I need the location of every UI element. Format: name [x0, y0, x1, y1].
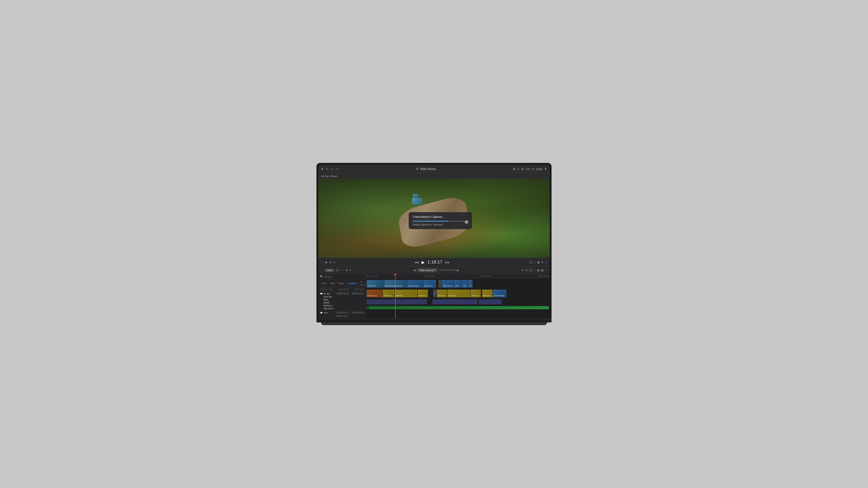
clip-240[interactable]: 240... [462, 280, 468, 288]
skimmer-icon[interactable]: ▾ [349, 268, 351, 272]
caption-row[interactable]: 💬 So the most fun thing about driving a … [318, 292, 366, 311]
time-range-display: 12:20 / 01:54:03 [439, 269, 455, 271]
view-btn[interactable]: View [536, 167, 542, 171]
clip-tv-icon[interactable]: 📺 [433, 290, 436, 297]
tools-toggle-icon[interactable]: ⬚ [320, 268, 323, 272]
clip-hard-curve[interactable]: Hard Curve [367, 290, 382, 297]
color-board-icon[interactable]: ▣ [537, 268, 539, 272]
keyframe-icon[interactable]: ✂ [326, 167, 329, 171]
video-section: Transcribing to Captions... ✕ Adding Cap… [318, 179, 550, 266]
clip-drone-follow[interactable]: Drone Follow [493, 290, 506, 297]
view-errors-button[interactable]: View Errors [318, 313, 366, 318]
ruler-mark-1: 00:01:15:00 [367, 275, 377, 277]
audio-clip-4[interactable] [479, 299, 502, 304]
main-area: Transcribing to Captions... ✕ Adding Cap… [318, 179, 550, 266]
caption-end-2: 00:00:56:06 [349, 312, 364, 313]
fullscreen-icon[interactable]: ⤢ [545, 260, 548, 264]
transcription-overlay: Transcribing to Captions... ✕ Adding Cap… [409, 212, 472, 229]
import-icon[interactable]: ⬇ [321, 167, 324, 171]
clip-label-iphone: iPhone 16 Pro fo... [424, 285, 435, 287]
tab-roles[interactable]: Roles [337, 282, 345, 285]
tv-icon-label: 📺 [434, 293, 436, 294]
share-export-icon[interactable]: ⬆ [544, 167, 547, 171]
share-icon[interactable]: ↗ [336, 167, 339, 171]
timeline-skip-back-icon[interactable]: ◀ [413, 268, 415, 272]
audio-clip-3[interactable] [432, 299, 477, 304]
clip-iphone-pro[interactable]: iPhone 16 Pro fo... [423, 280, 436, 288]
play-button[interactable]: ▶ [422, 260, 425, 265]
zoom-in-icon[interactable]: + [340, 268, 341, 272]
clip-2409[interactable]: 2409... [454, 280, 462, 288]
video-preview: Transcribing to Captions... ✕ Adding Cap… [318, 179, 550, 258]
chevron-down-icon: ▾ [434, 269, 435, 271]
audio-out-icon[interactable]: 🎧 [529, 260, 533, 264]
waveform-icon[interactable]: ≈ [534, 260, 536, 264]
export-icon[interactable]: ⬆ [541, 260, 544, 264]
tab-clips[interactable]: Clips [320, 282, 327, 285]
clip-high-speed[interactable]: High Speed [442, 280, 454, 288]
clip-label-interview5: Interview [448, 295, 456, 297]
playback-bar: ⬚ ◆ ⊕ ▾ ◀◀ ▶ 1:18:17 ▶▶ [318, 258, 550, 266]
settings-icon[interactable]: ▾ [333, 260, 335, 264]
viewer-info-bar: 4K 24p, Stereo [318, 173, 550, 179]
clip-interview-3[interactable]: Interview [418, 290, 428, 297]
grid-view-icon[interactable]: ⊞ [513, 167, 516, 171]
audio-clip-2[interactable] [383, 299, 427, 304]
clip-interview-2[interactable]: Interview [395, 290, 417, 297]
clip-interview-5[interactable]: Interview [447, 290, 470, 297]
skip-back-icon[interactable]: ◀◀ [414, 260, 419, 264]
validate-icon[interactable]: ✓ [331, 167, 334, 171]
tracks: Car B-Roll Rally Racing Multicam [366, 278, 550, 311]
timeline-skip-fwd-icon[interactable]: ▶ [457, 268, 459, 272]
sync-icon[interactable]: ⊗ [521, 268, 524, 272]
playback-center: ◀◀ ▶ 1:18:17 ▶▶ [335, 260, 529, 265]
caption-row-icon: 💬 [320, 293, 322, 295]
tab-tags[interactable]: Tags [329, 282, 336, 285]
playhead[interactable] [395, 274, 396, 318]
clip-label-interview3: Interview [418, 295, 426, 297]
waveform-3 [433, 300, 477, 304]
project-name-button[interactable]: Rally Racing ▾ [417, 268, 438, 272]
zoom-dropdown-icon[interactable]: ▾ [532, 167, 534, 171]
tabs-row: Clips Tags Roles Captions 24 items [318, 280, 366, 287]
multicam-icon[interactable]: ⊞ [525, 268, 528, 272]
skip-fwd-icon[interactable]: ▶▶ [445, 260, 450, 264]
clip-small-1[interactable] [438, 280, 442, 288]
close-button[interactable]: ✕ [465, 220, 468, 224]
caption-start-2: 00:00:53:11 [334, 312, 349, 313]
tab-captions[interactable]: Captions [347, 282, 358, 285]
clip-icon[interactable]: ▣ [537, 260, 540, 264]
clip-rally-multicam-2[interactable]: Rally Racing Mul... [407, 280, 423, 288]
effects-icon[interactable]: ▦ [541, 268, 544, 272]
laptop-base [321, 322, 547, 325]
audio-clip-1[interactable] [367, 299, 382, 304]
second-video-track: Hard Curve Interview Interview [366, 289, 550, 298]
clip-small-2[interactable]: 24 [468, 280, 472, 288]
audio-icon[interactable]: ⊕ [329, 260, 332, 264]
index-button[interactable]: Index [324, 268, 334, 272]
clip-height-icon[interactable]: ⊟ [336, 268, 338, 272]
playback-right: 🎧 ≈ ▣ ⬆ ⤢ [529, 260, 548, 264]
clip-interview-1[interactable]: Interview [383, 290, 394, 297]
search-input[interactable] [324, 275, 364, 278]
marker-icon[interactable]: ◆ [325, 260, 327, 264]
clip-interview-6[interactable]: Interview [471, 290, 481, 297]
list-view-icon[interactable]: ≡ [518, 167, 519, 171]
clip-car-broll[interactable]: Car B-Roll [367, 280, 383, 288]
item-count: 24 items [360, 281, 366, 286]
zoom-out-icon[interactable]: − [343, 268, 344, 272]
tracks-area[interactable]: 00:01:15:00 00:01:20:00 00:01:25:00 00:0… [366, 274, 550, 318]
clip-interview-7[interactable]: Interview [482, 290, 492, 297]
auto-enhance-icon[interactable]: ≈ [534, 268, 535, 272]
film-icon: 🎬 [416, 168, 418, 170]
snap-icon[interactable]: ⊕ [346, 268, 348, 272]
caption-row[interactable]: 💬 how applicable it is to every kind of … [318, 311, 366, 313]
tools-icon[interactable]: ⬚ [320, 260, 323, 264]
top-right-clips: High Speed 2409... 240... [438, 280, 472, 288]
progress-bar-background: ✕ [413, 221, 468, 222]
transform-icon[interactable]: ⤢ [545, 268, 548, 272]
detail-view-icon[interactable]: ⊟ [521, 167, 524, 171]
clip-interview-4[interactable]: Interview [437, 290, 447, 297]
clip-label-multicam2: Rally Racing Mul... [408, 285, 422, 287]
audio-lane-icon[interactable]: 🎧 [529, 268, 532, 272]
